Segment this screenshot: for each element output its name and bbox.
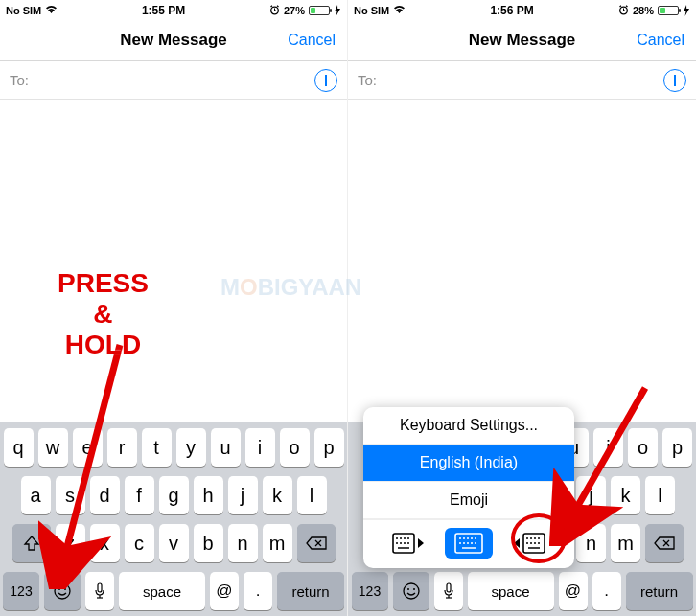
clock: 1:55 PM <box>142 4 185 17</box>
svg-line-18 <box>619 5 621 6</box>
key-n[interactable]: n <box>576 524 606 562</box>
nav-title: New Message <box>120 31 227 50</box>
key-x[interactable]: x <box>90 524 120 562</box>
key-o[interactable]: o <box>628 428 658 467</box>
key-j[interactable]: j <box>576 476 606 514</box>
keyboard-row-bottom: 123 space @ . return <box>351 572 693 610</box>
key-123[interactable]: 123 <box>352 572 388 610</box>
key-p[interactable]: p <box>662 428 692 467</box>
svg-point-11 <box>64 588 66 590</box>
key-z[interactable]: z <box>56 524 85 562</box>
space-key[interactable]: space <box>468 572 554 610</box>
battery-icon <box>658 6 679 15</box>
svg-rect-12 <box>98 583 102 592</box>
alarm-icon <box>618 5 629 17</box>
key-i[interactable]: i <box>245 428 275 467</box>
svg-line-4 <box>277 5 279 6</box>
key-v[interactable]: v <box>159 524 189 562</box>
key-w[interactable]: w <box>38 428 68 467</box>
screenshot-left: No SIM 1:55 PM 27% New Message Cancel <box>0 0 348 616</box>
key-m[interactable]: m <box>611 524 640 562</box>
key-p[interactable]: p <box>314 428 344 467</box>
alarm-icon <box>269 5 280 17</box>
one-handed-center-button[interactable] <box>445 528 493 559</box>
key-f[interactable]: f <box>125 476 154 514</box>
svg-point-10 <box>58 588 60 590</box>
key-at[interactable]: @ <box>559 572 588 610</box>
key-u[interactable]: u <box>211 428 241 467</box>
battery-percent: 28% <box>633 5 654 16</box>
svg-line-3 <box>270 5 272 6</box>
keyboard-row-2: a s d f g h j k l <box>3 476 344 514</box>
key-o[interactable]: o <box>280 428 310 467</box>
key-period[interactable]: . <box>244 572 272 610</box>
dictation-key[interactable] <box>85 572 114 610</box>
keyboard-settings-item[interactable]: Keyboard Settings... <box>363 407 574 445</box>
key-l[interactable]: l <box>297 476 327 514</box>
svg-rect-27 <box>447 583 451 592</box>
carrier-label: No SIM <box>6 5 41 16</box>
clock: 1:56 PM <box>490 4 533 17</box>
key-l[interactable]: l <box>645 476 675 514</box>
annotation-press-hold: PRESS & HOLD <box>58 268 149 361</box>
key-t[interactable]: t <box>142 428 172 467</box>
key-k[interactable]: k <box>263 476 292 514</box>
cancel-button[interactable]: Cancel <box>288 32 336 49</box>
backspace-key[interactable] <box>297 524 336 562</box>
bolt-icon <box>683 5 690 16</box>
to-label: To: <box>10 72 29 88</box>
key-q[interactable]: q <box>4 428 34 467</box>
backspace-key[interactable] <box>645 524 684 562</box>
nav-title: New Message <box>469 31 576 50</box>
to-field[interactable]: To: <box>0 61 347 100</box>
key-h[interactable]: h <box>194 476 223 514</box>
svg-point-26 <box>413 588 415 590</box>
key-c[interactable]: c <box>125 524 154 562</box>
status-bar: No SIM 1:55 PM 27% <box>0 0 347 19</box>
keyboard: q w e r t y u i o p a s d f g h <box>0 422 347 616</box>
key-i[interactable]: i <box>593 428 623 467</box>
key-a[interactable]: a <box>21 476 51 514</box>
shift-key[interactable] <box>12 524 51 562</box>
emoji-globe-key[interactable] <box>44 572 81 610</box>
key-d[interactable]: d <box>90 476 120 514</box>
svg-point-25 <box>407 588 409 590</box>
to-label: To: <box>358 72 377 88</box>
key-g[interactable]: g <box>159 476 189 514</box>
cancel-button[interactable]: Cancel <box>637 32 684 49</box>
wifi-icon <box>45 5 58 16</box>
keyboard-english-item[interactable]: English (India) <box>363 445 574 482</box>
svg-line-19 <box>626 5 628 6</box>
add-contact-button[interactable] <box>314 69 337 92</box>
key-at[interactable]: @ <box>210 572 239 610</box>
key-r[interactable]: r <box>107 428 137 467</box>
key-b[interactable]: b <box>194 524 223 562</box>
add-contact-button[interactable] <box>663 69 686 92</box>
svg-point-24 <box>404 583 419 599</box>
key-m[interactable]: m <box>263 524 292 562</box>
one-handed-left-button[interactable] <box>385 528 433 559</box>
dictation-key[interactable] <box>434 572 463 610</box>
nav-bar: New Message Cancel <box>348 19 696 61</box>
key-j[interactable]: j <box>228 476 258 514</box>
emoji-globe-key[interactable] <box>393 572 429 610</box>
return-key[interactable]: return <box>626 572 693 610</box>
key-y[interactable]: y <box>176 428 206 467</box>
key-s[interactable]: s <box>56 476 85 514</box>
return-key[interactable]: return <box>277 572 344 610</box>
battery-percent: 27% <box>284 5 305 16</box>
battery-icon <box>309 6 330 15</box>
key-e[interactable]: e <box>73 428 103 467</box>
watermark: MOBIGYAAN <box>220 274 361 301</box>
carrier-label: No SIM <box>354 5 389 16</box>
bolt-icon <box>334 5 341 16</box>
space-key[interactable]: space <box>119 572 205 610</box>
keyboard-row-3: z x c v b n m <box>3 524 344 562</box>
keyboard-row-1: q w e r t y u i o p <box>3 428 344 467</box>
key-n[interactable]: n <box>228 524 258 562</box>
to-field[interactable]: To: <box>348 61 696 100</box>
key-k[interactable]: k <box>611 476 640 514</box>
wifi-icon <box>393 5 406 16</box>
key-123[interactable]: 123 <box>3 572 39 610</box>
key-period[interactable]: . <box>592 572 621 610</box>
